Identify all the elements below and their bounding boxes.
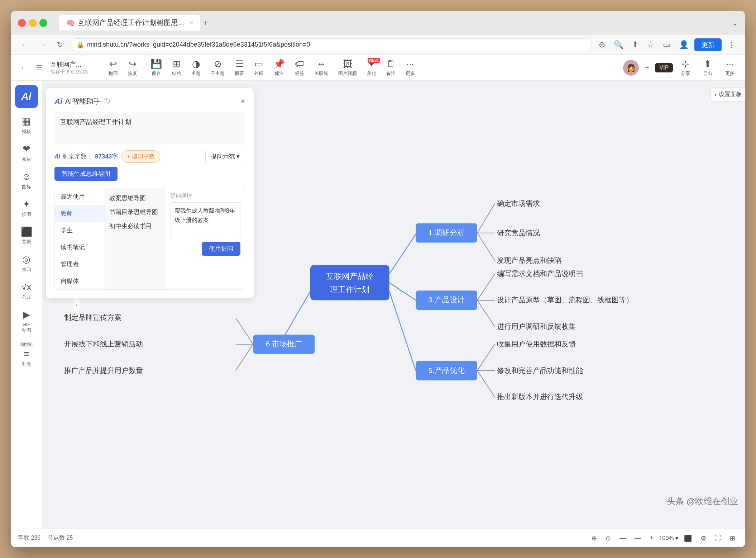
grid-button[interactable]: ⊞ <box>727 533 738 544</box>
toolbar-mark-item[interactable]: 📌 标注 <box>268 56 290 79</box>
toolbar-redo-item[interactable]: ↪ 恢复 <box>123 56 142 79</box>
zoom-out-button[interactable]: — <box>617 533 629 543</box>
forward-button[interactable]: → <box>36 39 49 51</box>
sidebar-item-background[interactable]: ⬛ 背景 <box>12 223 41 249</box>
browser-actions: ⊕ 🔍 ⬆ ☆ ▭ 👤 更新 ⋮ <box>596 38 738 51</box>
toolbar-sep-2 <box>144 61 144 75</box>
ai-template-book[interactable]: 书籍目录思维导图 <box>109 207 162 218</box>
toolbar-beautify-item[interactable]: ✦ 美化 NEW <box>362 56 381 79</box>
toolbar-frame-item[interactable]: ▭ 外框 <box>249 56 268 79</box>
zoom-in-button[interactable]: — <box>632 533 644 543</box>
sidebar-item-gif[interactable]: ▶ GIF 动图 <box>12 306 41 337</box>
translate-icon[interactable]: ⊕ <box>596 38 608 51</box>
ai-prompt-detail: 提问详情 帮我生成人教版物理8年级上册的教案 使用提问 <box>166 188 245 289</box>
sidebar-toggle-icon[interactable]: ▭ <box>660 38 673 51</box>
sidebar-item-list[interactable]: BETA ≡ 列表 <box>12 339 41 371</box>
maximize-traffic-light[interactable] <box>39 19 47 27</box>
redo-icon: ↪ <box>129 58 137 70</box>
window-menu-icon[interactable]: ⌄ <box>732 18 738 28</box>
ai-info-icon[interactable]: ⓘ <box>104 97 110 106</box>
toolbar-backup-item[interactable]: 🗒 备注 <box>381 56 401 79</box>
active-tab[interactable]: 🧠 互联网产品经理工作计划树图思... × <box>59 15 200 30</box>
theme-label: 主题 <box>191 70 201 77</box>
zoom-add-button[interactable]: + <box>647 533 656 543</box>
sidebar-item-formula[interactable]: √x 公式 <box>12 278 41 304</box>
ai-cat-manager[interactable]: 管理者 <box>55 256 105 273</box>
sidebar-item-template[interactable]: ▦ 模板 <box>12 112 41 138</box>
update-button[interactable]: 更新 <box>694 38 722 51</box>
center-button[interactable]: ⊙ <box>603 533 614 544</box>
ai-cat-student[interactable]: 学生 <box>55 222 105 239</box>
toolbar-summary-item[interactable]: ☰ 概要 <box>230 56 249 79</box>
theme-icon: ◑ <box>192 58 200 70</box>
ai-cat-reading[interactable]: 读书笔记 <box>55 239 105 256</box>
nav-back-button[interactable]: ← <box>16 61 31 74</box>
subtheme-label: 子主题 <box>211 70 225 77</box>
toolbar-export-item[interactable]: ⬆ 导出 <box>698 56 717 79</box>
thumbnail-button[interactable]: ⬛ <box>681 533 695 544</box>
fullscreen-button[interactable]: ⛶ <box>712 533 724 543</box>
more-label: 更多 <box>406 70 415 77</box>
share-browser-icon[interactable]: ⬆ <box>629 38 641 51</box>
svg-text:收集用户使用数据和反馈: 收集用户使用数据和反馈 <box>497 340 576 348</box>
toolbar-more2-item[interactable]: ··· 更多 <box>720 56 740 79</box>
ai-use-prompt-button[interactable]: 使用提问 <box>202 242 240 256</box>
more2-label: 更多 <box>725 70 735 77</box>
sidebar-item-illustration[interactable]: ✦ 插图 <box>12 195 41 221</box>
toolbar-subtheme-item[interactable]: ⊘ 子主题 <box>206 56 230 79</box>
media-icon: 🖼 <box>343 58 352 70</box>
svg-text:制定品牌宣传方案: 制定品牌宣传方案 <box>64 313 121 321</box>
ai-remaining-label: 剩余字数： <box>62 152 93 161</box>
ai-close-button[interactable]: × <box>240 97 245 106</box>
toolbar-theme-item[interactable]: ◑ 主题 <box>186 56 206 79</box>
toolbar-media-item[interactable]: 🖼 图片视频 <box>333 56 362 79</box>
toolbar-undo-item[interactable]: ↩ 撤回 <box>104 56 123 79</box>
close-traffic-light[interactable] <box>18 19 26 27</box>
material-icon: ❤ <box>23 143 30 155</box>
user-avatar[interactable]: 👩 <box>623 60 639 76</box>
nav-menu-button[interactable]: ☰ <box>32 61 46 74</box>
ai-add-chars-button[interactable]: + 增加字数 <box>121 150 160 163</box>
ai-sidebar-button[interactable]: Ai <box>15 85 38 108</box>
svg-rect-31 <box>253 335 315 354</box>
right-panel-toggle[interactable]: ‹ 设置面板 <box>711 88 745 101</box>
ai-input[interactable]: 互联网产品经理工作计划 <box>54 112 245 144</box>
tab-close-button[interactable]: × <box>190 20 193 26</box>
sidebar-item-material[interactable]: ❤ 素材 <box>12 140 41 166</box>
sidebar-item-watermark[interactable]: ◎ 水印 <box>12 250 41 276</box>
zoom-icon[interactable]: 🔍 <box>611 38 626 51</box>
frame-label: 外框 <box>254 70 263 77</box>
refresh-button[interactable]: ↻ <box>54 39 66 51</box>
canvas-area[interactable]: Ai AI智能助手 ⓘ × 互联网产品经理工作计划 Ai 剩余字数： 87343… <box>42 81 745 529</box>
minimize-traffic-light[interactable] <box>29 19 37 27</box>
fit-screen-button[interactable]: ⊕ <box>589 533 600 544</box>
ai-prompt-example-button[interactable]: 提问示范 ▾ <box>205 150 245 163</box>
toolbar-save-item[interactable]: 💾 保存 <box>145 56 167 79</box>
ai-template-lesson[interactable]: 教案思维导图 <box>109 193 162 204</box>
toolbar-structure-item[interactable]: ⊞ 结构 <box>167 56 186 79</box>
back-button[interactable]: ← <box>18 39 32 51</box>
ai-generate-button[interactable]: 智能生成思维导图 <box>54 167 118 181</box>
settings-button[interactable]: ⚙ <box>698 533 709 544</box>
toolbar-more-item[interactable]: ··· 更多 <box>401 56 420 79</box>
ai-categories: 最近使用 教师 学生 读书笔记 管理者 自媒体 <box>55 188 105 289</box>
ai-cat-teacher[interactable]: 教师 <box>55 205 105 222</box>
beta-badge: BETA <box>20 342 33 347</box>
sidebar-item-icon[interactable]: ☺ 图标 <box>12 167 41 194</box>
address-bar[interactable]: 🔒 mind.shutu.cn/?works_guid=c2044dbe35fe… <box>70 38 592 51</box>
toolbar-relate-item[interactable]: ↔ 关联线 <box>309 56 333 79</box>
add-user-button[interactable]: + <box>642 62 652 74</box>
menu-icon[interactable]: ⋮ <box>724 38 738 51</box>
new-tab-button[interactable]: + <box>203 18 208 28</box>
ai-cat-recent[interactable]: 最近使用 <box>55 188 105 205</box>
ai-cat-media[interactable]: 自媒体 <box>55 273 105 289</box>
collapse-sidebar-button[interactable]: ‹ <box>73 298 80 312</box>
bookmark-icon[interactable]: ☆ <box>644 38 657 51</box>
more2-icon: ··· <box>726 58 734 70</box>
vip-badge[interactable]: VIP <box>655 63 673 72</box>
tag-label: 标签 <box>295 70 304 77</box>
ai-template-reading[interactable]: 初中生必读书目 <box>109 221 162 232</box>
toolbar-share-item[interactable]: ⊹ 分享 <box>676 56 695 79</box>
toolbar-tag-item[interactable]: 🏷 标签 <box>290 56 309 79</box>
profile-icon[interactable]: 👤 <box>676 38 692 51</box>
